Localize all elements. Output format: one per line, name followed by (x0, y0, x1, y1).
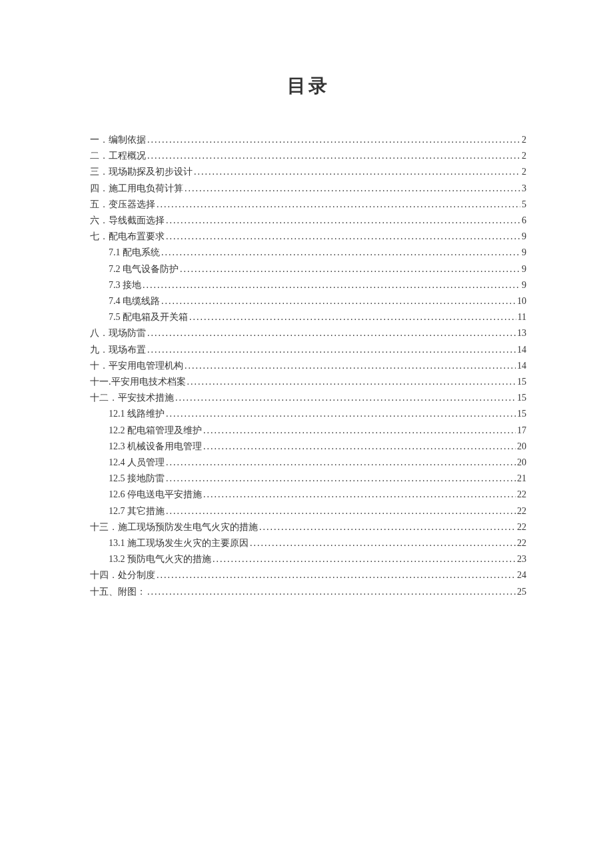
toc-entry: 五．变压器选择 5 (90, 197, 526, 213)
toc-leader-dots (183, 181, 520, 197)
toc-leader-dots (211, 551, 516, 567)
toc-entry: 十三．施工现场预防发生电气火灾的措施 22 (90, 519, 526, 535)
toc-leader-dots (174, 390, 516, 406)
toc-leader-dots (193, 164, 520, 180)
toc-label: 五．变压器选择 (90, 197, 155, 213)
toc-page-number: 17 (516, 423, 526, 439)
toc-entry: 12.7 其它措施 22 (90, 503, 526, 519)
toc-label: 七．配电布置要求 (90, 229, 165, 245)
toc-label: 7.3 接地 (109, 277, 141, 293)
toc-page-number: 21 (516, 471, 526, 487)
toc-leader-dots (202, 439, 516, 455)
toc-label: 二．工程概况 (90, 148, 146, 164)
toc-page-number: 11 (516, 309, 526, 325)
toc-leader-dots (165, 471, 516, 487)
toc-page-number: 9 (520, 261, 526, 277)
toc-leader-dots (146, 148, 520, 164)
toc-label: 12.2 配电箱管理及维护 (109, 423, 202, 439)
toc-page-number: 9 (520, 277, 526, 293)
toc-label: 12.4 人员管理 (109, 455, 165, 471)
toc-page-number: 6 (520, 213, 526, 229)
toc-entry: 12.3 机械设备用电管理 20 (90, 439, 526, 455)
toc-page-number: 14 (516, 342, 526, 358)
toc-leader-dots (165, 213, 520, 229)
toc-entry: 十一.平安用电技术档案 15 (90, 374, 526, 390)
toc-label: 十一.平安用电技术档案 (90, 374, 186, 390)
toc-entry: 7.2 电气设备防护 9 (90, 261, 526, 277)
toc-leader-dots (249, 535, 516, 551)
toc-label: 13.1 施工现场发生火灾的主要原因 (109, 535, 249, 551)
toc-label: 十三．施工现场预防发生电气火灾的措施 (90, 519, 258, 535)
toc-page-number: 24 (516, 567, 526, 583)
toc-page-number: 9 (520, 245, 526, 261)
toc-page-number: 22 (516, 487, 526, 503)
toc-entry: 四．施工用电负荷计算 3 (90, 181, 526, 197)
toc-label: 八．现场防雷 (90, 325, 146, 341)
toc-label: 12.5 接地防雷 (109, 471, 165, 487)
toc-label: 十四．处分制度 (90, 567, 155, 583)
toc-label: 7.5 配电箱及开关箱 (109, 309, 188, 325)
toc-leader-dots (179, 261, 520, 277)
toc-leader-dots (165, 503, 516, 519)
toc-page-number: 22 (516, 535, 526, 551)
toc-label: 12.7 其它措施 (109, 503, 165, 519)
toc-entry: 12.2 配电箱管理及维护 17 (90, 423, 526, 439)
toc-entry: 十五、附图： 25 (90, 584, 526, 600)
toc-label: 十五、附图： (90, 584, 146, 600)
toc-page-number: 2 (520, 148, 526, 164)
toc-entry: 八．现场防雷 13 (90, 325, 526, 341)
toc-label: 7.4 电缆线路 (109, 293, 160, 309)
toc-page-number: 25 (516, 584, 526, 600)
toc-leader-dots (165, 406, 516, 422)
toc-page-number: 15 (516, 406, 526, 422)
toc-leader-dots (202, 423, 516, 439)
toc-leader-dots (160, 293, 516, 309)
toc-entry: 12.1 线路维护 15 (90, 406, 526, 422)
table-of-contents: 一．编制依据 2二．工程概况 2三．现场勘探及初步设计 2四．施工用电负荷计算 … (90, 132, 526, 600)
toc-entry: 十二．平安技术措施 15 (90, 390, 526, 406)
toc-label: 13.2 预防电气火灾的措施 (109, 551, 211, 567)
toc-entry: 七．配电布置要求 9 (90, 229, 526, 245)
toc-page-number: 10 (516, 293, 526, 309)
toc-entry: 二．工程概况 2 (90, 148, 526, 164)
toc-page-number: 9 (520, 229, 526, 245)
toc-label: 7.2 电气设备防护 (109, 261, 179, 277)
toc-page-number: 15 (516, 374, 526, 390)
toc-entry: 7.1 配电系统 9 (90, 245, 526, 261)
toc-leader-dots (146, 325, 516, 341)
toc-page-number: 22 (516, 519, 526, 535)
toc-page-number: 5 (520, 197, 526, 213)
toc-leader-dots (183, 358, 516, 374)
toc-page-number: 13 (516, 325, 526, 341)
toc-page-number: 2 (520, 164, 526, 180)
toc-leader-dots (141, 277, 520, 293)
toc-page-number: 20 (516, 455, 526, 471)
toc-leader-dots (160, 245, 520, 261)
toc-leader-dots (146, 132, 520, 148)
toc-label: 一．编制依据 (90, 132, 146, 148)
toc-leader-dots (155, 197, 520, 213)
toc-label: 六．导线截面选择 (90, 213, 165, 229)
toc-page-number: 15 (516, 390, 526, 406)
toc-entry: 六．导线截面选择 6 (90, 213, 526, 229)
toc-entry: 三．现场勘探及初步设计 2 (90, 164, 526, 180)
toc-entry: 一．编制依据 2 (90, 132, 526, 148)
toc-label: 九．现场布置 (90, 342, 146, 358)
toc-leader-dots (146, 584, 516, 600)
toc-page-number: 20 (516, 439, 526, 455)
toc-entry: 13.2 预防电气火灾的措施23 (90, 551, 526, 567)
toc-leader-dots (165, 455, 516, 471)
toc-entry: 7.4 电缆线路 10 (90, 293, 526, 309)
toc-label: 四．施工用电负荷计算 (90, 181, 183, 197)
toc-page-number: 3 (520, 181, 526, 197)
toc-leader-dots (202, 487, 516, 503)
toc-leader-dots (146, 342, 516, 358)
toc-label: 12.3 机械设备用电管理 (109, 439, 202, 455)
toc-entry: 12.4 人员管理 20 (90, 455, 526, 471)
toc-entry: 13.1 施工现场发生火灾的主要原因22 (90, 535, 526, 551)
toc-label: 十二．平安技术措施 (90, 390, 174, 406)
toc-label: 12.1 线路维护 (109, 406, 165, 422)
toc-entry: 十．平安用电管理机构 14 (90, 358, 526, 374)
toc-leader-dots (188, 309, 516, 325)
toc-label: 三．现场勘探及初步设计 (90, 164, 193, 180)
